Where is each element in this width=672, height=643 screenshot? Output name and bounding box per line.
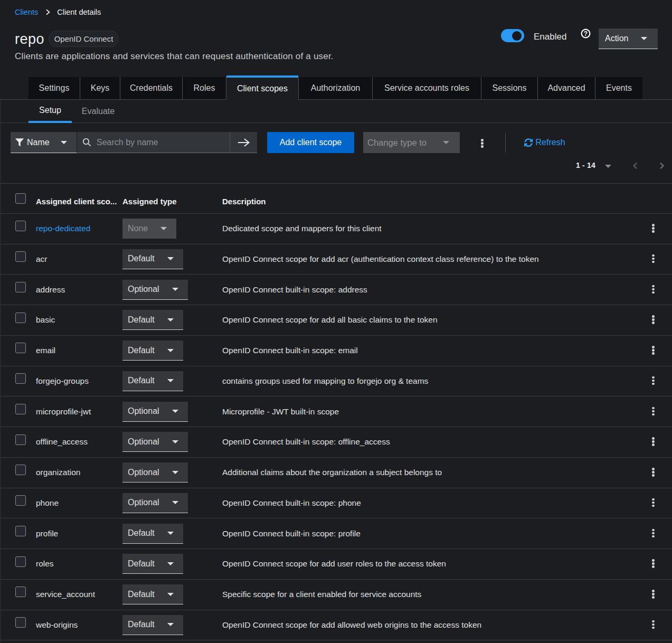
svg-text:?: ? [584,30,588,37]
